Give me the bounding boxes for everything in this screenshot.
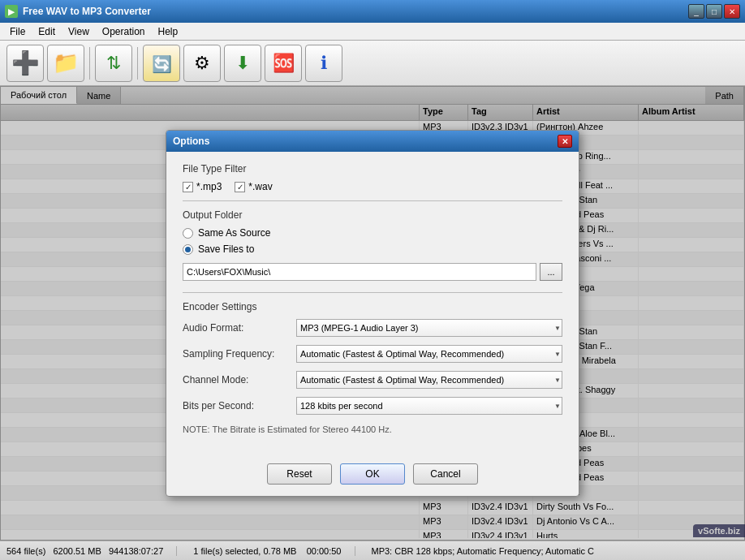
note-text: NOTE: The Bitrate is Estimated for Stere… (183, 424, 562, 434)
toolbar: ➕ 📁 ⇅ 🔄 ⚙ ⬇ 🆘 ℹ (0, 41, 745, 86)
menu-edit[interactable]: Edit (32, 24, 62, 39)
path-input[interactable] (183, 263, 536, 281)
options-dialog: Options ✕ File Type Filter ✓ *.mp3 ✓ *.w… (166, 130, 579, 497)
status-file-count: 564 file(s) 6200.51 MB 944138:07:27 (6, 546, 177, 556)
bits-per-second-select[interactable]: 128 kbits per second (296, 397, 562, 415)
dialog-overlay: Options ✕ File Type Filter ✓ *.mp3 ✓ *.w… (0, 86, 745, 541)
bits-per-second-label: Bits per Second: (183, 400, 296, 411)
audio-format-select[interactable]: MP3 (MPEG-1 Audio Layer 3) (296, 319, 562, 337)
download-button[interactable]: ⬇ (224, 45, 261, 82)
toolbar-separator-2 (137, 47, 138, 80)
bits-per-second-select-wrapper: 128 kbits per second ▼ (296, 397, 562, 415)
audio-format-select-wrapper: MP3 (MPEG-1 Audio Layer 3) ▼ (296, 319, 562, 337)
divider-2 (183, 292, 562, 293)
toolbar-separator (89, 47, 90, 80)
menu-file[interactable]: File (3, 24, 32, 39)
dialog-body: File Type Filter ✓ *.mp3 ✓ *.wav Output … (166, 152, 579, 455)
checkbox-mp3[interactable]: ✓ *.mp3 (183, 181, 222, 192)
encoder-settings-label: Encoder Settings (183, 301, 562, 312)
settings-button[interactable]: ⚙ (183, 45, 221, 82)
window-title: Free WAV to MP3 Converter (23, 6, 683, 17)
app-icon: ▶ (5, 5, 18, 18)
dialog-close-button[interactable]: ✕ (558, 135, 572, 148)
radio-same-as-source-btn[interactable] (183, 228, 193, 239)
checkbox-wav[interactable]: ✓ *.wav (235, 181, 272, 192)
file-type-checkboxes: ✓ *.mp3 ✓ *.wav (183, 181, 562, 192)
menu-bar: File Edit View Operation Help (0, 23, 745, 41)
output-folder-label: Output Folder (183, 209, 562, 221)
dialog-footer: Reset OK Cancel (166, 455, 579, 496)
dialog-title-bar: Options ✕ (166, 131, 579, 152)
title-bar: ▶ Free WAV to MP3 Converter _ □ ✕ (0, 0, 745, 23)
radio-save-files-to-label: Save Files to (198, 243, 254, 255)
status-selected: 1 file(s) selected, 0.78 MB 00:00:50 (193, 546, 355, 556)
browse-button[interactable]: ... (540, 263, 562, 281)
channel-mode-select[interactable]: Automatic (Fastest & Optimal Way, Recomm… (296, 371, 562, 389)
window-controls: _ □ ✕ (688, 4, 740, 19)
dialog-title-text: Options (173, 136, 209, 147)
divider-1 (183, 200, 562, 201)
radio-same-as-source[interactable]: Same As Source (183, 227, 562, 239)
audio-format-label: Audio Format: (183, 322, 296, 334)
radio-save-files-to[interactable]: Save Files to (183, 243, 562, 255)
sort-button[interactable]: ⇅ (95, 45, 132, 82)
menu-help[interactable]: Help (152, 24, 185, 39)
ok-button[interactable]: OK (340, 463, 405, 485)
channel-mode-row: Channel Mode: Automatic (Fastest & Optim… (183, 371, 562, 389)
maximize-button[interactable]: □ (706, 4, 722, 19)
add-folder-button[interactable]: 📁 (47, 45, 84, 82)
svg-text:🔄: 🔄 (152, 54, 172, 74)
bits-per-second-row: Bits per Second: 128 kbits per second ▼ (183, 397, 562, 415)
radio-same-as-source-label: Same As Source (198, 227, 270, 239)
audio-format-row: Audio Format: MP3 (MPEG-1 Audio Layer 3)… (183, 319, 562, 337)
radio-save-files-to-btn[interactable] (183, 244, 193, 255)
reset-button[interactable]: Reset (267, 463, 332, 485)
info-button[interactable]: ℹ (305, 45, 342, 82)
help-button[interactable]: 🆘 (265, 45, 302, 82)
sampling-freq-row: Sampling Frequency: Automatic (Fastest &… (183, 345, 562, 363)
minimize-button[interactable]: _ (688, 4, 704, 19)
menu-view[interactable]: View (62, 24, 96, 39)
checkbox-mp3-label: *.mp3 (196, 181, 222, 192)
output-folder-radios: Same As Source Save Files to (183, 227, 562, 255)
checkbox-mp3-box[interactable]: ✓ (183, 182, 193, 192)
checkbox-wav-label: *.wav (248, 181, 272, 192)
add-files-button[interactable]: ➕ (6, 45, 44, 82)
channel-mode-select-wrapper: Automatic (Fastest & Optimal Way, Recomm… (296, 371, 562, 389)
sampling-freq-label: Sampling Frequency: (183, 348, 296, 360)
convert-button[interactable]: 🔄 (143, 45, 180, 82)
status-codec: MP3: CBR 128 kbps; Automatic Frequency; … (372, 546, 595, 556)
menu-operation[interactable]: Operation (96, 24, 152, 39)
path-row: ... (183, 263, 562, 281)
file-type-filter-label: File Type Filter (183, 163, 562, 174)
status-bar: 564 file(s) 6200.51 MB 944138:07:27 1 fi… (0, 541, 745, 560)
channel-mode-label: Channel Mode: (183, 374, 296, 386)
close-button[interactable]: ✕ (724, 4, 740, 19)
main-area: Рабочий стол Name Path Type Tag Artist A… (0, 86, 745, 541)
sampling-freq-select-wrapper: Automatic (Fastest & Optimal Way, Recomm… (296, 345, 562, 363)
cancel-button[interactable]: Cancel (413, 463, 478, 485)
checkbox-wav-box[interactable]: ✓ (235, 182, 245, 192)
sampling-freq-select[interactable]: Automatic (Fastest & Optimal Way, Recomm… (296, 345, 562, 363)
